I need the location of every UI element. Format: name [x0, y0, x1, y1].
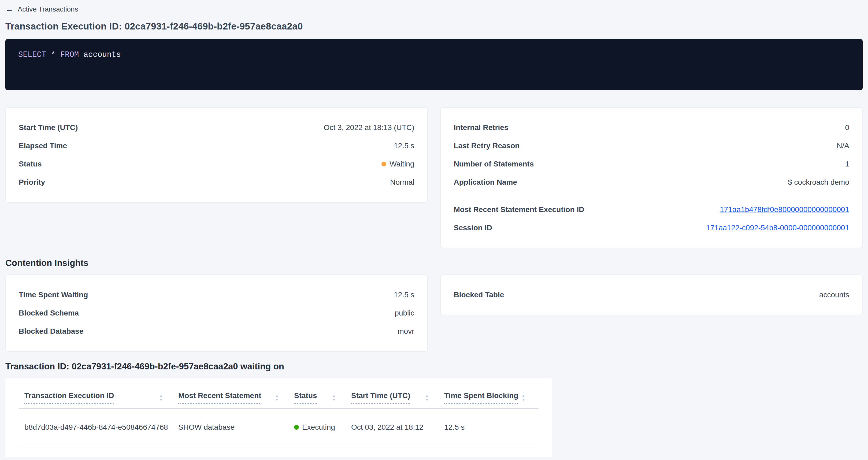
- table-row: b8d7d03a-d497-446b-8474-e50846674768 SHO…: [19, 409, 538, 446]
- sort-icon: ▲▼: [521, 394, 525, 401]
- column-header-time-spent-blocking[interactable]: Time Spent Blocking ▲▼: [439, 391, 535, 404]
- session-id-label: Session ID: [454, 223, 492, 232]
- sort-icon: ▲▼: [275, 394, 279, 401]
- cell-time-spent-blocking: 12.5 s: [439, 423, 535, 432]
- sql-table-name: accounts: [84, 51, 121, 59]
- column-header-status[interactable]: Status ▲▼: [288, 391, 345, 404]
- status-row: Status Waiting: [19, 155, 414, 173]
- blocked-table-label: Blocked Table: [454, 290, 504, 299]
- contention-left-card: Time Spent Waiting 12.5 s Blocked Schema…: [5, 275, 428, 352]
- back-link-label: Active Transactions: [18, 5, 78, 13]
- start-time-row: Start Time (UTC) Oct 3, 2022 at 18:13 (U…: [19, 119, 414, 137]
- sql-keyword-from: FROM: [60, 51, 79, 59]
- column-label: Transaction Execution ID: [24, 391, 114, 404]
- status-label: Status: [19, 160, 42, 168]
- statement-count-label: Number of Statements: [454, 160, 534, 168]
- executing-status-dot-icon: [294, 425, 299, 430]
- blocked-table-value: accounts: [819, 290, 849, 299]
- blocked-database-value: movr: [398, 327, 414, 336]
- blocked-schema-label: Blocked Schema: [19, 309, 79, 317]
- blocked-schema-row: Blocked Schema public: [19, 304, 414, 322]
- elapsed-time-label: Elapsed Time: [19, 142, 67, 150]
- internal-retries-label: Internal Retries: [454, 123, 508, 132]
- time-spent-waiting-value: 12.5 s: [394, 290, 414, 299]
- back-arrow-icon: ←: [5, 5, 13, 13]
- cell-transaction-execution-id: b8d7d03a-d497-446b-8474-e50846674768: [19, 423, 173, 432]
- sort-icon: ▲▼: [425, 394, 429, 401]
- waiting-table-header-row: Transaction Execution ID ▲▼ Most Recent …: [19, 378, 538, 409]
- application-name-value: $ cockroach demo: [788, 178, 849, 187]
- start-time-label: Start Time (UTC): [19, 123, 78, 132]
- time-spent-waiting-label: Time Spent Waiting: [19, 290, 88, 299]
- internal-retries-value: 0: [845, 123, 849, 132]
- internal-retries-row: Internal Retries 0: [454, 119, 849, 137]
- statement-execution-id-link[interactable]: 171aa1b478fdf0e80000000000000001: [720, 205, 849, 214]
- application-name-row: Application Name $ cockroach demo: [454, 173, 849, 191]
- last-retry-reason-value: N/A: [837, 142, 849, 150]
- priority-row: Priority Normal: [19, 173, 414, 191]
- transaction-details-page: ← Active Transactions Transaction Execut…: [0, 0, 868, 457]
- card-divider: [454, 196, 849, 196]
- statement-execution-id-row: Most Recent Statement Execution ID 171aa…: [454, 201, 849, 219]
- status-value: Waiting: [381, 160, 414, 168]
- sql-star: *: [51, 51, 56, 59]
- time-spent-waiting-row: Time Spent Waiting 12.5 s: [19, 286, 414, 304]
- transaction-details-card: Internal Retries 0 Last Retry Reason N/A…: [440, 107, 863, 248]
- session-id-row: Session ID 171aa122-c092-54b8-0000-00000…: [454, 219, 849, 237]
- blocked-database-label: Blocked Database: [19, 327, 83, 336]
- session-id-link[interactable]: 171aa122-c092-54b8-0000-000000000001: [706, 223, 849, 232]
- waiting-on-heading: Transaction ID: 02ca7931-f246-469b-b2fe-…: [5, 361, 863, 371]
- waiting-status-dot-icon: [381, 162, 386, 166]
- cell-start-time: Oct 03, 2022 at 18:12: [345, 423, 439, 432]
- last-retry-reason-label: Last Retry Reason: [454, 142, 520, 150]
- start-time-value: Oct 3, 2022 at 18:13 (UTC): [324, 123, 414, 132]
- column-label: Time Spent Blocking: [444, 391, 518, 404]
- back-to-active-transactions-link[interactable]: ← Active Transactions: [5, 4, 78, 14]
- summary-cards-row: Start Time (UTC) Oct 3, 2022 at 18:13 (U…: [5, 107, 863, 248]
- sql-keyword-select: SELECT: [18, 51, 46, 59]
- contention-right-card: Blocked Table accounts: [440, 275, 863, 315]
- blocked-database-row: Blocked Database movr: [19, 322, 414, 340]
- column-header-most-recent-statement[interactable]: Most Recent Statement ▲▼: [173, 391, 288, 404]
- last-retry-reason-row: Last Retry Reason N/A: [454, 137, 849, 155]
- contention-cards-row: Time Spent Waiting 12.5 s Blocked Schema…: [5, 275, 863, 352]
- column-label: Start Time (UTC): [351, 391, 410, 404]
- priority-value: Normal: [390, 178, 414, 187]
- priority-label: Priority: [19, 178, 45, 187]
- cell-most-recent-statement: SHOW database: [173, 423, 288, 432]
- contention-insights-heading: Contention Insights: [5, 258, 863, 268]
- status-text: Waiting: [390, 160, 414, 168]
- statement-count-row: Number of Statements 1: [454, 155, 849, 173]
- column-label: Most Recent Statement: [178, 391, 261, 404]
- column-header-transaction-execution-id[interactable]: Transaction Execution ID ▲▼: [19, 391, 173, 404]
- application-name-label: Application Name: [454, 178, 517, 187]
- column-header-start-time[interactable]: Start Time (UTC) ▲▼: [345, 391, 439, 404]
- sort-icon: ▲▼: [159, 394, 163, 401]
- column-label: Status: [294, 391, 317, 404]
- elapsed-time-row: Elapsed Time 12.5 s: [19, 137, 414, 155]
- waiting-on-table: Transaction Execution ID ▲▼ Most Recent …: [5, 378, 552, 457]
- executing-status-text: Executing: [302, 423, 335, 432]
- transaction-overview-card: Start Time (UTC) Oct 3, 2022 at 18:13 (U…: [5, 107, 428, 203]
- statement-count-value: 1: [845, 160, 849, 168]
- cell-status: Executing: [288, 423, 345, 432]
- page-title: Transaction Execution ID: 02ca7931-f246-…: [5, 21, 863, 32]
- elapsed-time-value: 12.5 s: [394, 142, 414, 150]
- sql-statement-box: SELECT * FROM accounts: [5, 39, 863, 90]
- blocked-schema-value: public: [395, 309, 414, 317]
- statement-execution-id-label: Most Recent Statement Execution ID: [454, 205, 584, 214]
- blocked-table-row: Blocked Table accounts: [454, 286, 849, 304]
- sort-icon: ▲▼: [332, 394, 336, 401]
